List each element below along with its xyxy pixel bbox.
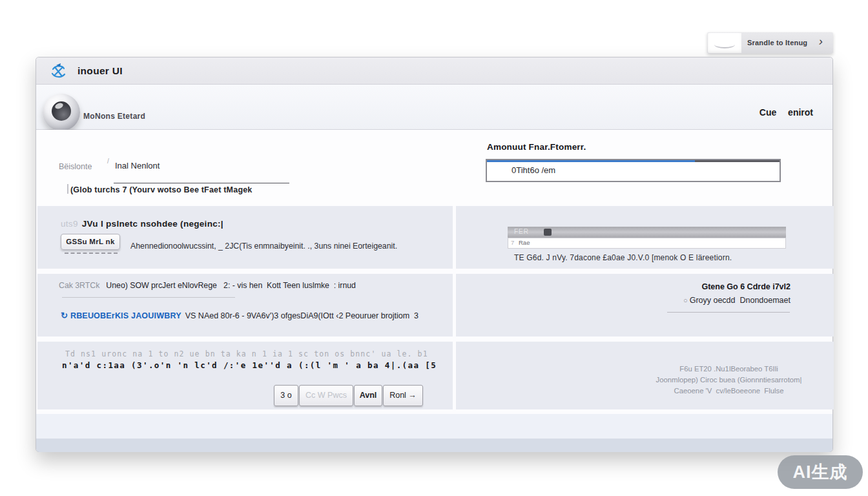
slash-mark-icon: / xyxy=(107,158,109,165)
disabled-button[interactable]: Cc W Pwcs xyxy=(299,385,353,406)
main-window: inouer UI MoNons Etetard Cue enirot Bëis… xyxy=(36,57,833,452)
terms-line-1: Td ns1 uronc na 1 to n2 ue bn ta ka n 1 … xyxy=(65,349,430,358)
options-description: Ahennedionoolwucssint, _ 2JC(Tis enmnaib… xyxy=(130,242,434,251)
footer-info-line-1: F6u ET20 .Nu1lBeorabeo T6Ili xyxy=(621,365,837,373)
ai-watermark: AI生成 xyxy=(778,455,863,489)
amount-input[interactable]: 0Tiht6o /em xyxy=(486,159,781,182)
card-block: Gtene Go 6 Cdrde i7vl2 ○Groyy oecdd Dnon… xyxy=(577,282,790,305)
footer-info-line-3: Caeoene 'V cv/leBoeeone Flulse xyxy=(621,387,837,395)
app-logo-icon xyxy=(49,63,68,83)
network-link-rest: VS NAed 80r-6 - 9VA6v')3 ofgesDiA9(IOtt … xyxy=(185,311,418,320)
refresh-icon: ↻ xyxy=(61,311,68,320)
power-orb-button[interactable] xyxy=(43,94,80,131)
envelope-button[interactable] xyxy=(708,33,741,53)
terms-line-2: n'a'd c:1aa (3'.o'n 'n lc'd /:'e 1e''d a… xyxy=(62,360,437,370)
card-title: Gtene Go 6 Cdrde i7vl2 xyxy=(577,282,790,291)
next-button[interactable]: Ronl → xyxy=(383,385,423,406)
card-subtitle: Groyy oecdd Dnondoemaet xyxy=(690,296,790,305)
amount-field-label: Amonuut Fnar.Ftomerr. xyxy=(487,142,586,152)
network-underline xyxy=(62,297,235,298)
avnl-button[interactable]: Avnl xyxy=(354,385,382,406)
mini-toolbar: Srandle to Itenug › xyxy=(707,32,833,54)
options-heading-text: JVu I pslnetc nsohdee (negeinc:| xyxy=(82,219,223,229)
progress-bar: FER xyxy=(508,227,786,238)
name-label-muted: Bëislonte xyxy=(59,162,92,171)
gss-button[interactable]: GSSu MrL nk xyxy=(61,234,120,250)
window-title: inouer UI xyxy=(78,57,123,85)
mini-toolbar-label: Srandle to Itenug xyxy=(747,32,807,54)
text-caret xyxy=(67,184,68,194)
network-line-text: Uneo) SOW prcJert eNlovRege 2: - vis hen… xyxy=(106,281,356,290)
card-option-row[interactable]: ○Groyy oecdd Dnondoemaet xyxy=(577,296,790,305)
header-band xyxy=(36,85,832,130)
rate-description: TE G6d. J nVy. 7dacone £a0ae J0.V.0 [men… xyxy=(514,253,732,262)
network-line: Cak 3RTCkUneo) SOW prcJert eNlovRege 2: … xyxy=(59,281,356,290)
progress-bar-icon xyxy=(544,229,552,236)
name-label: Inal Nenlont xyxy=(115,161,160,170)
header-actions: Cue enirot xyxy=(750,107,813,118)
rate-input-prefix: 7 xyxy=(511,239,514,246)
progress-bar-text: FER xyxy=(514,228,529,235)
card-underline xyxy=(667,312,790,313)
options-heading: uts9JVu I pslnetc nsohdee (negeinc:| xyxy=(61,219,223,229)
gss-button-dashes xyxy=(65,253,118,254)
name-hint: (Glob turchs 7 (Yourv wotso Bee tFaet tM… xyxy=(70,185,253,194)
network-link[interactable]: RBEUOBErKIS JAOUIWBRY xyxy=(70,311,181,320)
name-underline xyxy=(114,183,289,183)
footer-strip xyxy=(36,414,832,439)
page-button[interactable]: 3 o xyxy=(274,385,298,406)
chevron-right-icon[interactable]: › xyxy=(818,35,824,48)
rate-input-value: Rae xyxy=(519,239,530,246)
header-action-cue[interactable]: Cue xyxy=(760,107,776,118)
network-line-prefix: Cak 3RTCk xyxy=(59,281,99,290)
footer-info-block: F6u ET20 .Nu1lBeorabeo T6Ili Joonmlopep)… xyxy=(621,365,837,398)
options-heading-prefix: uts9 xyxy=(61,219,78,229)
amount-input-value: 0Tiht6o /em xyxy=(512,160,555,181)
title-bar: inouer UI xyxy=(36,57,832,85)
bottom-status-bar xyxy=(36,439,832,452)
network-link-row: ↻RBEUOBErKIS JAOUIWBRYVS NAed 80r-6 - 9V… xyxy=(61,311,418,320)
orb-glyph-icon xyxy=(52,101,71,121)
radio-ring-icon: ○ xyxy=(683,296,688,304)
header-action-enirot[interactable]: enirot xyxy=(788,107,813,118)
rate-input[interactable]: 7 Rae xyxy=(508,238,786,249)
header-label: MoNons Etetard xyxy=(83,112,145,121)
footer-info-line-2: Joonmlopep) Ciroc buea (Gionnntiesarroto… xyxy=(621,376,837,384)
